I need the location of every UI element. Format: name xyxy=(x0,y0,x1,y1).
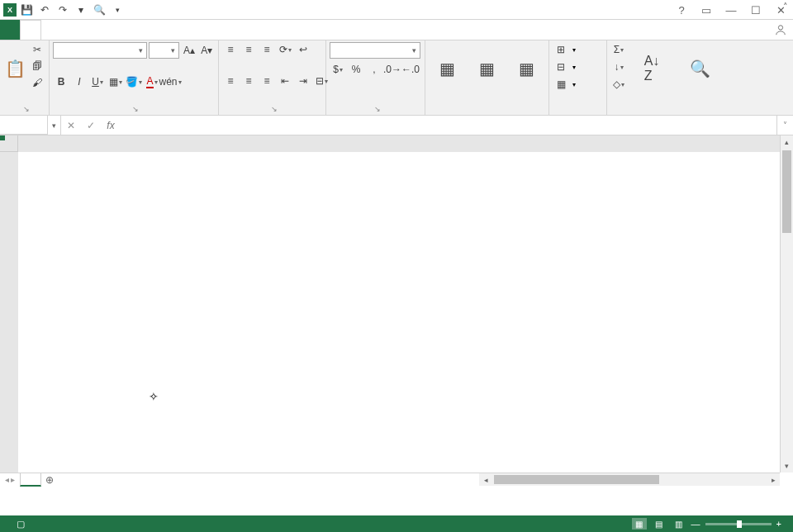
print-preview-icon[interactable]: 🔍 xyxy=(91,2,107,18)
help-icon[interactable]: ? xyxy=(672,2,691,18)
delete-cells-button[interactable]: ⊟▾ xyxy=(553,59,576,74)
sheet-tab-sheet1[interactable] xyxy=(20,473,41,487)
align-top-icon[interactable]: ≡ xyxy=(222,42,239,57)
normal-view-icon[interactable]: ▦ xyxy=(632,518,647,530)
formula-input[interactable] xyxy=(121,116,776,135)
group-editing-label xyxy=(610,112,736,115)
align-right-icon[interactable]: ≡ xyxy=(259,74,275,88)
font-name-combo[interactable]: ▾ xyxy=(53,42,147,59)
vertical-scrollbar[interactable]: ▴ ▾ xyxy=(780,135,793,473)
decrease-decimal-icon[interactable]: ←.0 xyxy=(402,62,419,77)
format-as-table-button[interactable]: ▦ xyxy=(467,42,506,97)
group-font: ▾ ▾ A▴ A▾ B I U▾ ▦▾ 🪣▾ A▾ wén▾ ↘ xyxy=(50,40,219,115)
cut-icon[interactable]: ✂ xyxy=(29,42,45,57)
scroll-right-icon[interactable]: ▸ xyxy=(767,473,780,486)
find-select-button[interactable]: 🔍 xyxy=(677,42,723,97)
redo-button[interactable]: ↷ xyxy=(55,2,71,18)
tab-home[interactable] xyxy=(20,20,41,40)
spreadsheet-grid[interactable]: ✧ ▴ ▾ ◂ ▸ ◂▸ ⊕ xyxy=(0,135,793,486)
insert-cells-button[interactable]: ⊞▾ xyxy=(553,42,576,57)
collapse-ribbon-icon[interactable]: ˄ xyxy=(783,2,788,12)
scroll-up-icon[interactable]: ▴ xyxy=(781,135,793,149)
align-middle-icon[interactable]: ≡ xyxy=(240,42,257,57)
name-box[interactable] xyxy=(0,116,48,135)
minimize-button[interactable]: — xyxy=(722,2,740,18)
align-left-icon[interactable]: ≡ xyxy=(222,74,239,88)
vertical-scroll-thumb[interactable] xyxy=(782,150,791,233)
alignment-launcher-icon[interactable]: ↘ xyxy=(271,105,278,113)
number-launcher-icon[interactable]: ↘ xyxy=(374,105,381,113)
add-sheet-button[interactable]: ⊕ xyxy=(41,474,58,486)
tab-review[interactable] xyxy=(121,20,140,40)
zoom-out-button[interactable]: — xyxy=(691,519,700,529)
page-layout-view-icon[interactable]: ▤ xyxy=(652,518,667,530)
status-bar: ▢ ▦ ▤ ▥ — + xyxy=(0,515,793,532)
zoom-slider[interactable] xyxy=(705,523,772,525)
qat-dropdown[interactable]: ▾ xyxy=(73,2,89,18)
scroll-left-icon[interactable]: ◂ xyxy=(479,473,492,486)
sort-filter-button[interactable]: A↓Z xyxy=(629,42,675,97)
tab-acrobat[interactable] xyxy=(180,20,200,40)
number-format-combo[interactable]: ▾ xyxy=(330,42,420,59)
ribbon-options-icon[interactable]: ▭ xyxy=(697,2,715,18)
maximize-button[interactable]: ☐ xyxy=(747,2,765,18)
paste-icon: 📋 xyxy=(4,57,27,80)
indent-decrease-icon[interactable]: ⇤ xyxy=(277,74,293,88)
clear-button[interactable]: ◇▾ xyxy=(610,77,627,92)
tab-file[interactable] xyxy=(0,20,20,40)
format-cells-button[interactable]: ▦▾ xyxy=(553,77,576,92)
wrap-text-icon[interactable]: ↩ xyxy=(295,42,311,57)
bold-button[interactable]: B xyxy=(53,74,69,89)
paste-button[interactable]: 📋 xyxy=(3,42,27,97)
copy-icon[interactable]: 🗐 xyxy=(29,59,45,74)
percent-format-icon[interactable]: % xyxy=(348,62,364,77)
font-launcher-icon[interactable]: ↘ xyxy=(132,105,139,113)
fill-color-button[interactable]: 🪣▾ xyxy=(126,74,142,89)
cancel-formula-icon[interactable]: ✕ xyxy=(61,116,81,135)
increase-font-icon[interactable]: A▴ xyxy=(181,43,197,58)
phonetic-button[interactable]: wén▾ xyxy=(162,74,178,89)
tab-data[interactable] xyxy=(101,20,121,40)
enter-formula-icon[interactable]: ✓ xyxy=(81,116,101,135)
tab-view[interactable] xyxy=(140,20,160,40)
underline-button[interactable]: U▾ xyxy=(89,74,106,89)
tab-developer[interactable] xyxy=(160,20,180,40)
conditional-format-button[interactable]: ▦ xyxy=(429,42,465,97)
tab-page-layout[interactable] xyxy=(61,20,81,40)
align-bottom-icon[interactable]: ≡ xyxy=(259,42,275,57)
name-box-dropdown[interactable]: ▾ xyxy=(48,116,61,135)
login-link[interactable] xyxy=(772,20,786,40)
decrease-font-icon[interactable]: A▾ xyxy=(199,43,215,58)
sheet-nav[interactable]: ◂▸ xyxy=(0,475,20,484)
align-center-icon[interactable]: ≡ xyxy=(240,74,257,88)
italic-button[interactable]: I xyxy=(71,74,88,89)
scroll-down-icon[interactable]: ▾ xyxy=(781,459,793,473)
font-size-combo[interactable]: ▾ xyxy=(149,42,179,59)
increase-decimal-icon[interactable]: .0→ xyxy=(384,62,401,77)
comma-format-icon[interactable]: , xyxy=(366,62,382,77)
orientation-icon[interactable]: ⟳▾ xyxy=(277,42,293,57)
format-painter-icon[interactable]: 🖌 xyxy=(29,75,45,90)
expand-formula-bar-icon[interactable]: ˅ xyxy=(776,116,793,135)
horizontal-scrollbar[interactable]: ◂ ▸ xyxy=(479,473,780,486)
indent-increase-icon[interactable]: ⇥ xyxy=(295,74,311,88)
undo-button[interactable]: ↶ xyxy=(36,2,53,18)
cells-area[interactable] xyxy=(18,152,780,473)
border-button[interactable]: ▦▾ xyxy=(107,74,124,89)
tab-formulas[interactable] xyxy=(81,20,101,40)
autosum-button[interactable]: Σ▾ xyxy=(610,42,627,57)
clipboard-launcher-icon[interactable]: ↘ xyxy=(23,105,30,113)
macro-record-icon[interactable]: ▢ xyxy=(17,519,25,530)
font-color-button[interactable]: A▾ xyxy=(144,74,160,89)
horizontal-scroll-thumb[interactable] xyxy=(494,475,659,484)
fill-handle[interactable] xyxy=(0,135,5,140)
insert-function-icon[interactable]: fx xyxy=(101,116,121,135)
accounting-format-icon[interactable]: $▾ xyxy=(330,62,346,77)
qat-more[interactable]: ▾ xyxy=(109,2,126,18)
cell-styles-button[interactable]: ▦ xyxy=(509,42,545,97)
page-break-view-icon[interactable]: ▥ xyxy=(672,518,686,530)
zoom-in-button[interactable]: + xyxy=(776,519,781,529)
fill-button[interactable]: ↓▾ xyxy=(610,59,627,74)
save-icon[interactable]: 💾 xyxy=(18,2,35,18)
tab-insert[interactable] xyxy=(41,20,61,40)
